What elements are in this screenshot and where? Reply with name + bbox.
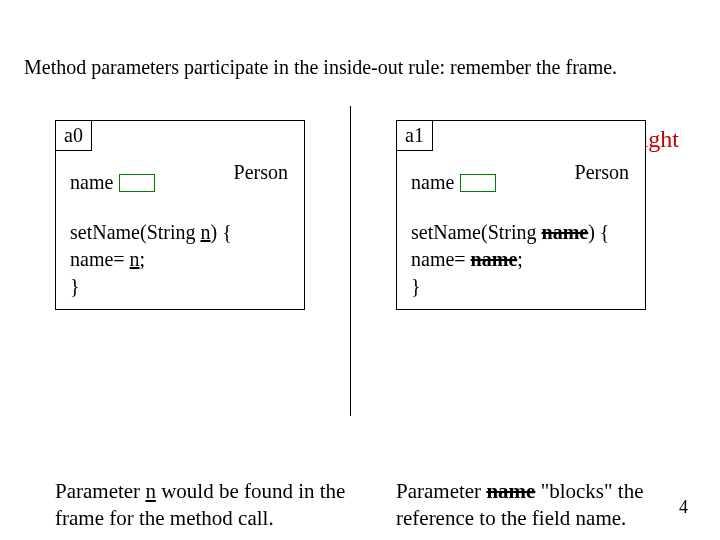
field-row: name: [70, 171, 155, 194]
param-name: name: [542, 221, 589, 243]
code-text: ;: [140, 248, 146, 270]
slide: Method parameters participate in the ins…: [0, 0, 720, 540]
code-text: setName(String: [70, 221, 201, 243]
right-caption: Parameter name "blocks" the reference to…: [396, 478, 696, 532]
code-text: ) {: [211, 221, 232, 243]
code-text: }: [411, 275, 421, 297]
rhs-name: name: [471, 248, 518, 270]
method-code-right: setName(String name) { name= name; }: [411, 219, 635, 300]
caption-param: name: [486, 479, 535, 503]
field-row: name: [411, 171, 496, 194]
param-n: n: [201, 221, 211, 243]
code-text: }: [70, 275, 80, 297]
code-text: setName(String: [411, 221, 542, 243]
code-text: name=: [70, 248, 130, 270]
method-code-left: setName(String n) { name= n; }: [70, 219, 294, 300]
field-value-box: [460, 174, 496, 192]
object-box-a0: a0 Person name setName(String n) { name=…: [55, 120, 305, 310]
caption-text: Parameter: [55, 479, 145, 503]
rhs-n: n: [130, 248, 140, 270]
field-name-label: name: [411, 171, 454, 194]
caption-field: name: [576, 506, 621, 530]
field-name-label: name: [70, 171, 113, 194]
left-caption: Parameter n would be found in the frame …: [55, 478, 355, 532]
object-class-label: Person: [575, 161, 629, 184]
slide-title: Method parameters participate in the ins…: [24, 56, 700, 79]
code-text: ;: [517, 248, 523, 270]
object-box-a1: a1 Person name setName(String name) { na…: [396, 120, 646, 310]
object-tag-a0: a0: [55, 120, 92, 151]
caption-text: Parameter: [396, 479, 486, 503]
object-tag-a1: a1: [396, 120, 433, 151]
caption-param: n: [145, 479, 156, 503]
code-text: name=: [411, 248, 471, 270]
object-class-label: Person: [234, 161, 288, 184]
code-text: ) {: [588, 221, 609, 243]
page-number: 4: [679, 497, 688, 518]
field-value-box: [119, 174, 155, 192]
column-divider: [350, 106, 351, 416]
caption-text: .: [621, 506, 626, 530]
